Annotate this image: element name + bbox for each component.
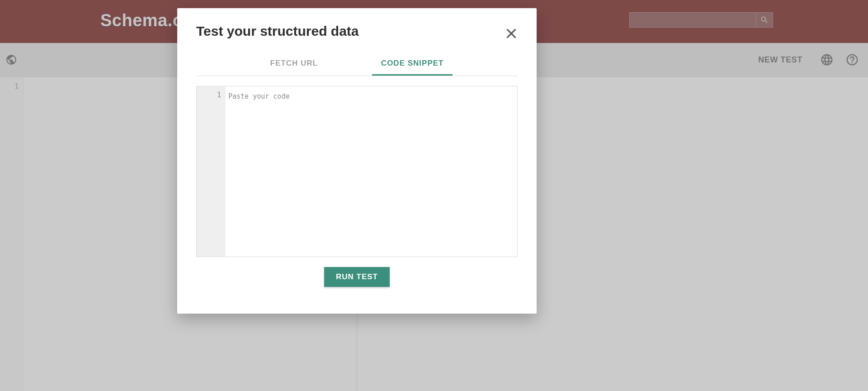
code-line-number: 1	[217, 91, 221, 99]
code-input[interactable]	[226, 86, 517, 257]
test-structured-data-modal: Test your structured data FETCH URL CODE…	[177, 8, 537, 314]
modal-title: Test your structured data	[196, 24, 518, 39]
run-test-button[interactable]: RUN TEST	[324, 267, 390, 287]
code-snippet-editor: 1	[196, 86, 518, 257]
modal-tabs: FETCH URL CODE SNIPPET	[196, 52, 518, 76]
tab-fetch-url[interactable]: FETCH URL	[261, 52, 327, 76]
close-icon	[504, 26, 519, 41]
close-button[interactable]	[504, 26, 519, 41]
code-gutter: 1	[197, 86, 226, 257]
tab-code-snippet[interactable]: CODE SNIPPET	[372, 52, 453, 76]
